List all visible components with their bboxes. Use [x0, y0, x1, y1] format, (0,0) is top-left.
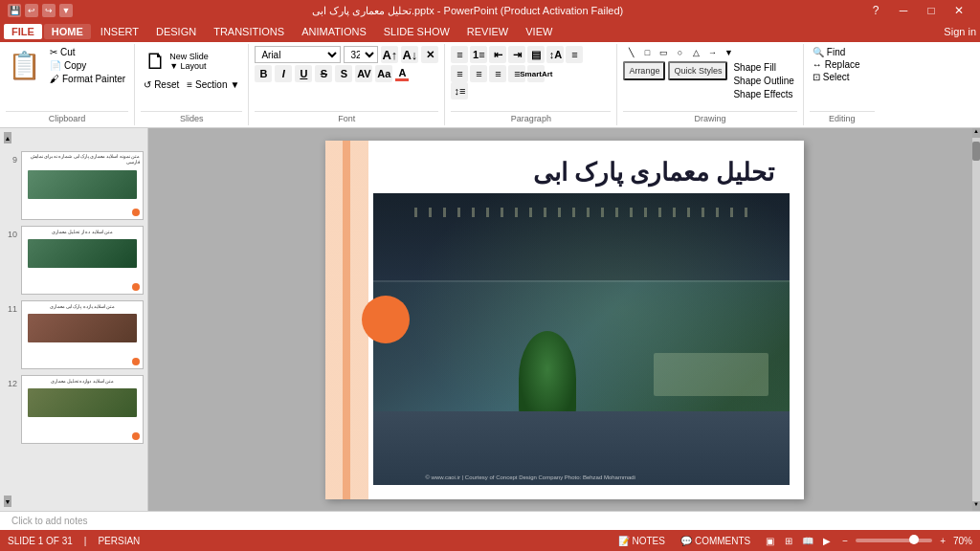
redo-icon[interactable]: ↪ — [42, 4, 56, 17]
font-color-button[interactable]: A — [395, 67, 409, 81]
shape-effects-button[interactable]: Shape Effects — [730, 88, 796, 100]
maximize-button[interactable]: □ — [918, 0, 945, 21]
quick-access-toolbar[interactable]: 💾 ↩ ↪ ▼ — [8, 4, 73, 17]
format-painter-button[interactable]: 🖌Format Painter — [47, 73, 128, 85]
reading-view-button[interactable]: 📖 — [800, 533, 815, 548]
notes-button[interactable]: 📝 NOTES — [614, 535, 669, 547]
vertical-scrollbar[interactable]: ▲ ▼ — [972, 128, 980, 511]
slide-img-9[interactable]: متن نمونه اسلاید معماری پارک ابی شماره ن… — [21, 151, 144, 220]
shadow-button[interactable]: S — [335, 65, 352, 82]
reset-button[interactable]: ↺Reset — [141, 78, 182, 91]
strikethrough-button[interactable]: S — [315, 65, 332, 82]
triangle-shape[interactable]: △ — [688, 46, 703, 59]
menu-animations[interactable]: ANIMATIONS — [294, 24, 374, 39]
menu-home[interactable]: HOME — [44, 24, 91, 39]
arrange-button[interactable]: Arrange — [623, 61, 665, 80]
shapes-grid: ╲ □ ▭ ○ △ → ▼ — [623, 46, 738, 59]
font-name-select[interactable]: Arial — [255, 46, 341, 63]
layout-button[interactable]: ▼ Layout — [169, 61, 209, 71]
window-controls[interactable]: ? ─ □ ✕ — [862, 0, 972, 21]
font-size-select[interactable]: 32 — [344, 46, 378, 63]
increase-font-button[interactable]: A↑ — [381, 46, 398, 63]
cut-button[interactable]: ✂Cut — [47, 46, 128, 58]
paste-button[interactable]: 📋 — [6, 48, 43, 83]
notes-placeholder[interactable]: Click to add notes — [11, 516, 88, 526]
bold-button[interactable]: B — [255, 65, 272, 82]
slide-edit-area[interactable]: تحلیل معماری پارک ابی © www.caoi.ir | Co… — [148, 128, 980, 511]
menu-transitions[interactable]: TRANSITIONS — [206, 24, 292, 39]
zoom-plus[interactable]: + — [940, 536, 946, 546]
slide-sorter-button[interactable]: ⊞ — [781, 533, 796, 548]
zoom-minus[interactable]: − — [842, 536, 848, 546]
slide-canvas[interactable]: تحلیل معماری پارک ابی © www.caoi.ir | Co… — [325, 141, 804, 499]
menu-slideshow[interactable]: SLIDE SHOW — [376, 24, 457, 39]
more-shapes[interactable]: ▼ — [721, 46, 736, 59]
quick-styles-button[interactable]: Quick Styles — [668, 61, 727, 80]
help-button[interactable]: ? — [862, 0, 889, 21]
slide-img-12[interactable]: متن اسلاید دوازده تحلیل معماری — [21, 375, 144, 444]
menu-review[interactable]: REVIEW — [459, 24, 516, 39]
slide-thumb-9[interactable]: 9 متن نمونه اسلاید معماری پارک ابی شماره… — [4, 151, 144, 220]
undo-icon[interactable]: ↩ — [25, 4, 38, 17]
convert-smartart-button[interactable]: SmartArt — [527, 65, 545, 82]
new-slide-button[interactable]: 🗋 New Slide ▼ Layout — [141, 46, 242, 77]
scroll-up-button[interactable]: ▲ — [972, 128, 980, 138]
arrow-shape[interactable]: → — [704, 46, 720, 59]
shape-outline-button[interactable]: Shape Outline — [730, 75, 796, 87]
replace-button[interactable]: ↔ Replace — [810, 58, 875, 71]
menu-design[interactable]: DESIGN — [148, 24, 204, 39]
normal-view-button[interactable]: ▣ — [762, 533, 777, 548]
select-button[interactable]: ⊡ Select — [810, 71, 875, 83]
zoom-slider[interactable] — [856, 539, 932, 542]
decrease-indent-button[interactable]: ⇤ — [489, 46, 506, 63]
menu-insert[interactable]: INSERT — [93, 24, 146, 39]
center-button[interactable]: ≡ — [470, 65, 487, 82]
comments-button[interactable]: 💬 COMMENTS — [677, 535, 754, 547]
slideshow-button[interactable]: ▶ — [819, 533, 835, 548]
slide-img-10[interactable]: متن اسلاید ده از تحلیل معماری — [21, 226, 144, 295]
align-right-button[interactable]: ≡ — [489, 65, 506, 82]
slide-photo[interactable]: © www.caoi.ir | Courtesy of Concept Desi… — [373, 193, 790, 485]
minimize-button[interactable]: ─ — [890, 0, 917, 21]
save-icon[interactable]: 💾 — [8, 4, 21, 17]
spacing-button[interactable]: AV — [355, 65, 372, 82]
case-button[interactable]: Aa — [375, 65, 392, 82]
copy-button[interactable]: 📄Copy — [47, 59, 128, 72]
slide-thumb-11[interactable]: 11 متن اسلاید یازده پارک ابی معماری — [4, 300, 144, 369]
clear-format-button[interactable]: ✕ — [421, 46, 438, 63]
underline-button[interactable]: U — [295, 65, 312, 82]
scroll-thumb[interactable] — [972, 142, 980, 161]
line-spacing-button[interactable]: ↕≡ — [451, 82, 468, 99]
text-direction-button[interactable]: ↕A — [546, 46, 564, 63]
italic-button[interactable]: I — [275, 65, 292, 82]
section-button[interactable]: ≡Section▼ — [184, 78, 242, 91]
align-text-button[interactable]: ≡ — [566, 46, 583, 63]
increase-indent-button[interactable]: ⇥ — [508, 46, 525, 63]
scroll-down-button[interactable]: ▼ — [972, 501, 980, 511]
decrease-font-button[interactable]: A↓ — [401, 46, 418, 63]
slide-thumb-12[interactable]: 12 متن اسلاید دوازده تحلیل معماری — [4, 375, 144, 444]
notes-bar[interactable]: Click to add notes — [0, 511, 980, 530]
slide-thumb-10[interactable]: 10 متن اسلاید ده از تحلیل معماری — [4, 226, 144, 295]
menu-file[interactable]: FILE — [4, 24, 42, 39]
slide-title[interactable]: تحلیل معماری پارک ابی — [533, 158, 775, 187]
shape-fill-button[interactable]: Shape Fill — [730, 61, 796, 74]
bullets-button[interactable]: ≡ — [451, 46, 468, 63]
menu-view[interactable]: VIEW — [518, 24, 560, 39]
rect-shape[interactable]: □ — [639, 46, 655, 59]
scroll-down-arrow[interactable]: ▼ — [4, 496, 11, 507]
scroll-up-arrow[interactable]: ▲ — [4, 132, 11, 143]
circle-shape[interactable]: ○ — [672, 46, 687, 59]
zoom-level[interactable]: 70% — [953, 536, 972, 546]
numbering-button[interactable]: 1≡ — [470, 46, 487, 63]
slide-img-11[interactable]: متن اسلاید یازده پارک ابی معماری — [21, 300, 144, 369]
customize-icon[interactable]: ▼ — [59, 4, 73, 17]
columns-button[interactable]: ▤ — [527, 46, 545, 63]
close-button[interactable]: ✕ — [946, 0, 972, 21]
slide-stripe — [343, 141, 350, 499]
align-left-button[interactable]: ≡ — [451, 65, 468, 82]
sign-in-link[interactable]: Sign in — [944, 26, 976, 37]
find-button[interactable]: 🔍 Find — [810, 46, 875, 58]
line-shape[interactable]: ╲ — [623, 46, 638, 59]
rounded-rect-shape[interactable]: ▭ — [656, 46, 671, 59]
